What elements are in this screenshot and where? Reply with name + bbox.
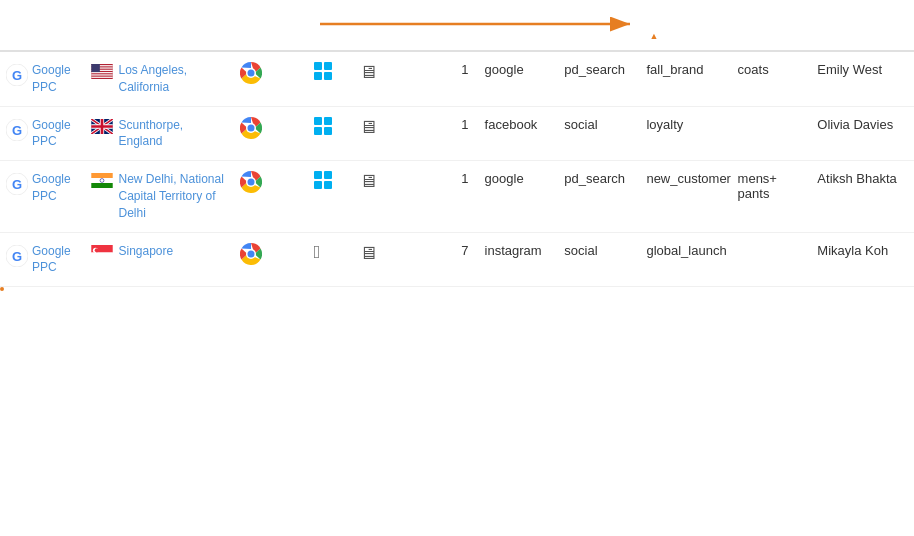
table-row: G GooglePPC Los Angeles, California: [0, 51, 914, 106]
chrome-icon: [240, 253, 262, 268]
svg-point-38: [95, 248, 99, 252]
location-text: New Delhi, National Capital Territory of…: [118, 171, 227, 221]
source-cell-0: G GooglePPC: [0, 51, 85, 106]
header-os[interactable]: [308, 20, 354, 51]
header-utm-source[interactable]: [479, 20, 559, 51]
flag-icon: [91, 64, 113, 82]
flag-icon: [91, 119, 113, 137]
svg-point-42: [247, 250, 254, 257]
svg-text:G: G: [12, 177, 22, 192]
utm-source-cell-1: facebook: [479, 106, 559, 161]
name-cell-1: Olivia Davies: [811, 106, 914, 161]
header-visits[interactable]: [416, 20, 479, 51]
source-cell-3: G GooglePPC: [0, 232, 85, 287]
google-ppc-icon: G: [6, 64, 28, 89]
header-utm-campaign[interactable]: [640, 20, 731, 51]
location-cell-3: Singapore: [85, 232, 233, 287]
google-ppc-icon: G: [6, 119, 28, 144]
windows-icon: [314, 117, 332, 135]
monitor-icon: 🖥: [359, 171, 377, 191]
source-label: GooglePPC: [32, 62, 71, 96]
table-row: G GooglePPC Scunthorpe, England 🖥1facebo…: [0, 106, 914, 161]
source-label: GooglePPC: [32, 171, 71, 205]
flag-icon: [91, 245, 113, 263]
google-ppc-icon: G: [6, 245, 28, 270]
source-label: GooglePPC: [32, 243, 71, 277]
header-utm-medium[interactable]: [558, 20, 640, 51]
visits-cell-0: 1: [416, 51, 479, 106]
table-row: G GooglePPC New Delhi, National Capital …: [0, 161, 914, 232]
utm-term-cell-2: mens+ pants: [732, 161, 812, 232]
svg-rect-9: [92, 74, 113, 75]
svg-point-32: [247, 179, 254, 186]
svg-text:G: G: [12, 122, 22, 137]
main-container: G GooglePPC Los Angeles, California: [0, 0, 914, 536]
visits-cell-2: 1: [416, 161, 479, 232]
browser-cell-2: [234, 161, 308, 232]
monitor-icon: 🖥: [359, 117, 377, 137]
os-cell-1: [308, 106, 354, 161]
device-cell-3: 🖥: [353, 232, 416, 287]
utm-campaign-cell-1: loyalty: [640, 106, 731, 161]
source-label: GooglePPC: [32, 117, 71, 151]
windows-icon: [314, 171, 332, 189]
source-cell-1: G GooglePPC: [0, 106, 85, 161]
google-ppc-icon: G: [6, 173, 28, 198]
svg-rect-10: [92, 77, 113, 78]
header-utm-term[interactable]: [732, 20, 812, 51]
table-header-row: [0, 20, 914, 51]
visits-cell-1: 1: [416, 106, 479, 161]
svg-rect-8: [92, 72, 113, 73]
location-text: Singapore: [118, 243, 173, 260]
utm-medium-cell-3: social: [558, 232, 640, 287]
svg-rect-11: [92, 64, 101, 72]
location-text: Scunthorpe, England: [118, 117, 227, 151]
svg-rect-25: [92, 173, 113, 178]
utm-campaign-cell-3: global_launch: [640, 232, 731, 287]
location-cell-1: Scunthorpe, England: [85, 106, 233, 161]
monitor-icon: 🖥: [359, 62, 377, 82]
svg-rect-36: [92, 252, 113, 260]
utm-source-cell-2: google: [479, 161, 559, 232]
monitor-icon: 🖥: [359, 243, 377, 263]
location-cell-2: New Delhi, National Capital Territory of…: [85, 161, 233, 232]
utm-medium-cell-0: pd_search: [558, 51, 640, 106]
utm-medium-cell-1: social: [558, 106, 640, 161]
visits-cell-3: 7: [416, 232, 479, 287]
device-cell-2: 🖥: [353, 161, 416, 232]
utm-campaign-cell-0: fall_brand: [640, 51, 731, 106]
header-location[interactable]: [85, 20, 233, 51]
chrome-icon: [240, 127, 262, 142]
chrome-icon: [240, 72, 262, 87]
browser-cell-1: [234, 106, 308, 161]
os-cell-2: [308, 161, 354, 232]
name-cell-3: Mikayla Koh: [811, 232, 914, 287]
apple-icon: : [314, 242, 321, 262]
utm-source-cell-0: google: [479, 51, 559, 106]
location-text: Los Angeles, California: [118, 62, 227, 96]
data-table: G GooglePPC Los Angeles, California: [0, 20, 914, 287]
svg-text:G: G: [12, 68, 22, 83]
svg-point-15: [247, 70, 254, 77]
svg-point-22: [247, 124, 254, 131]
windows-icon: [314, 62, 332, 80]
svg-rect-27: [92, 183, 113, 188]
table-row: G GooglePPC Singapore 🖥7instagramsocial…: [0, 232, 914, 287]
header-browser[interactable]: [234, 20, 308, 51]
flag-icon: [91, 173, 113, 191]
device-cell-1: 🖥: [353, 106, 416, 161]
utm-term-cell-1: [732, 106, 812, 161]
utm-campaign-cell-2: new_customer: [640, 161, 731, 232]
header-name[interactable]: [811, 20, 914, 51]
name-cell-0: Emily West: [811, 51, 914, 106]
utm-source-cell-3: instagram: [479, 232, 559, 287]
device-cell-0: 🖥: [353, 51, 416, 106]
header-source[interactable]: [0, 20, 85, 51]
utm-term-cell-3: [732, 232, 812, 287]
utm-medium-cell-2: pd_search: [558, 161, 640, 232]
browser-cell-3: [234, 232, 308, 287]
os-cell-3: : [308, 232, 354, 287]
header-device[interactable]: [353, 20, 416, 51]
browser-cell-0: [234, 51, 308, 106]
svg-text:G: G: [12, 248, 22, 263]
